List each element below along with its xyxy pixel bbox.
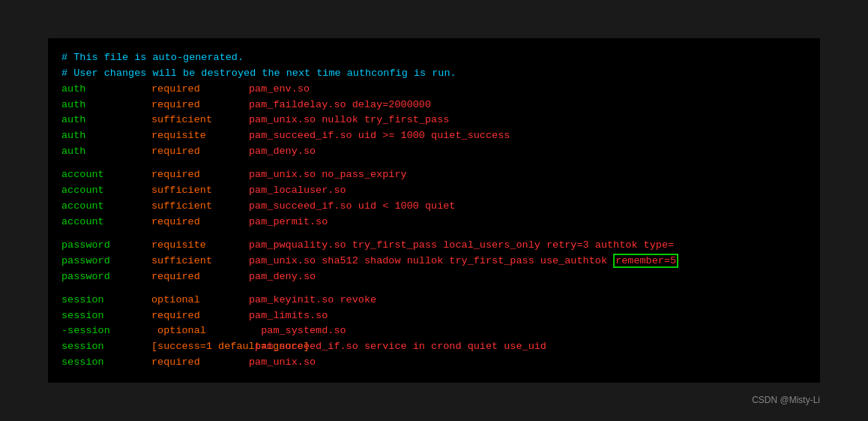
line-session-5: session required pam_unix.so <box>61 355 807 371</box>
mod-auth-2: pam_faildelay.so delay=2000000 <box>249 98 431 113</box>
line-session-1: session optional pam_keyinit.so revoke <box>61 293 807 308</box>
mod-account-2: pam_localuser.so <box>249 183 346 199</box>
mod-password-2: pam_unix.so sha512 shadow nullok try_fir… <box>249 254 678 269</box>
ctrl-auth-1: required <box>151 82 249 98</box>
terminal-window: # This file is auto-generated. # User ch… <box>48 38 820 383</box>
ctrl-auth-3: sufficient <box>151 113 249 128</box>
ctrl-session-3: optional <box>151 323 249 339</box>
type-account-2: account <box>61 183 151 199</box>
mod-account-1: pam_unix.so no_pass_expiry <box>249 167 407 183</box>
line-account-3: account sufficient pam_succeed_if.so uid… <box>61 199 807 215</box>
ctrl-auth-4: requisite <box>151 128 249 144</box>
line-account-4: account required pam_permit.so <box>61 215 807 230</box>
type-password-1: password <box>61 238 151 254</box>
ctrl-password-3: required <box>151 269 249 285</box>
mod-session-2: pam_limits.so <box>249 308 328 324</box>
blank-3 <box>61 285 807 293</box>
blank-2 <box>61 230 807 238</box>
type-session-1: session <box>61 293 151 308</box>
type-auth-1: auth <box>61 82 151 98</box>
mod-auth-1: pam_env.so <box>249 82 310 98</box>
line-session-2: session required pam_limits.so <box>61 308 807 324</box>
mod-password-1: pam_pwquality.so try_first_pass local_us… <box>249 238 674 254</box>
line-auth-5: auth required pam_deny.so <box>61 144 807 160</box>
ctrl-password-1: requisite <box>151 238 249 254</box>
ctrl-session-2: required <box>151 308 249 324</box>
type-session-3: -session <box>61 323 151 339</box>
mod-password-3: pam_deny.so <box>249 269 316 285</box>
type-auth-3: auth <box>61 113 151 128</box>
type-auth-2: auth <box>61 98 151 113</box>
line-auth-2: auth required pam_faildelay.so delay=200… <box>61 98 807 113</box>
line-1: # This file is auto-generated. <box>61 50 807 66</box>
type-password-2: password <box>61 254 151 269</box>
ctrl-account-3: sufficient <box>151 199 249 215</box>
line-account-2: account sufficient pam_localuser.so <box>61 183 807 199</box>
type-auth-5: auth <box>61 144 151 160</box>
mod-session-3: pam_systemd.so <box>249 323 346 339</box>
line-auth-4: auth requisite pam_succeed_if.so uid >= … <box>61 128 807 144</box>
comment-1: # This file is auto-generated. <box>61 50 244 66</box>
mod-session-5: pam_unix.so <box>249 355 316 371</box>
type-session-4: session <box>61 339 151 355</box>
mod-account-4: pam_permit.so <box>249 215 328 230</box>
ctrl-session-4: [success=1 default=ignore] <box>151 339 249 355</box>
watermark: CSDN @Misty-Li <box>752 395 820 405</box>
mod-session-1: pam_keyinit.so revoke <box>249 293 376 308</box>
line-password-1: password requisite pam_pwquality.so try_… <box>61 238 807 254</box>
line-password-2: password sufficient pam_unix.so sha512 s… <box>61 254 807 269</box>
line-account-1: account required pam_unix.so no_pass_exp… <box>61 167 807 183</box>
line-auth-3: auth sufficient pam_unix.so nullok try_f… <box>61 113 807 128</box>
type-account-4: account <box>61 215 151 230</box>
line-session-4: session [success=1 default=ignore] pam_s… <box>61 339 807 355</box>
line-password-3: password required pam_deny.so <box>61 269 807 285</box>
ctrl-account-1: required <box>151 167 249 183</box>
ctrl-auth-2: required <box>151 98 249 113</box>
type-session-5: session <box>61 355 151 371</box>
ctrl-session-1: optional <box>151 293 249 308</box>
ctrl-auth-5: required <box>151 144 249 160</box>
ctrl-account-2: sufficient <box>151 183 249 199</box>
line-auth-1: auth required pam_env.so <box>61 82 807 98</box>
type-account-1: account <box>61 167 151 183</box>
ctrl-password-2: sufficient <box>151 254 249 269</box>
line-2: # User changes will be destroyed the nex… <box>61 66 807 82</box>
line-session-3: -session optional pam_systemd.so <box>61 323 807 339</box>
type-account-3: account <box>61 199 151 215</box>
type-session-2: session <box>61 308 151 324</box>
mod-auth-5: pam_deny.so <box>249 144 316 160</box>
mod-auth-3: pam_unix.so nullok try_first_pass <box>249 113 449 128</box>
mod-auth-4: pam_succeed_if.so uid >= 1000 quiet_succ… <box>249 128 510 144</box>
ctrl-session-5: required <box>151 355 249 371</box>
highlight-remember: remember=5 <box>613 254 678 268</box>
comment-2: # User changes will be destroyed the nex… <box>61 66 456 82</box>
mod-session-4: pam_succeed_if.so service in crond quiet… <box>249 339 546 355</box>
type-password-3: password <box>61 269 151 285</box>
ctrl-account-4: required <box>151 215 249 230</box>
blank-1 <box>61 160 807 167</box>
mod-account-3: pam_succeed_if.so uid < 1000 quiet <box>249 199 455 215</box>
type-auth-4: auth <box>61 128 151 144</box>
